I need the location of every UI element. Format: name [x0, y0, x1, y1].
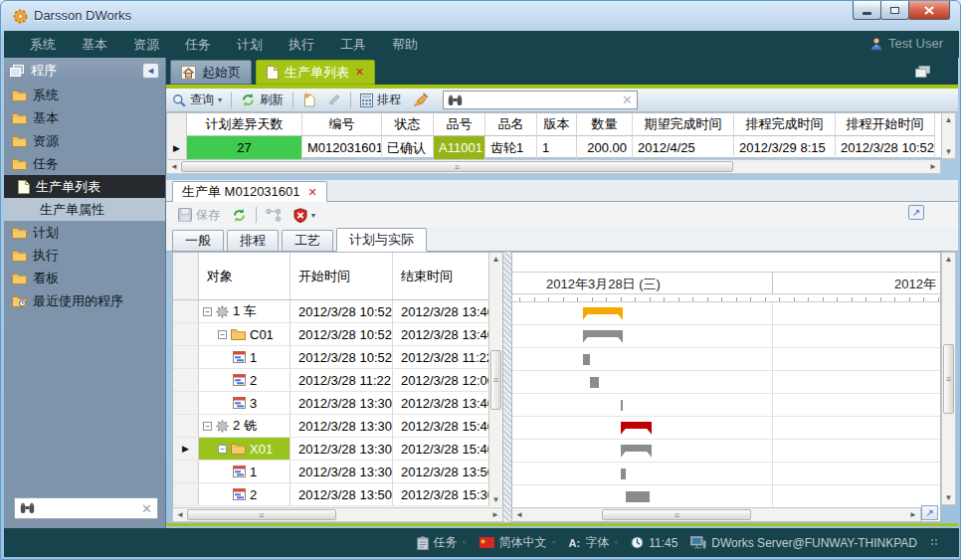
menu-item-2[interactable]: 资源	[133, 36, 159, 54]
tree-expander-icon[interactable]: −	[218, 445, 227, 454]
restore-button[interactable]	[880, 1, 909, 20]
sidebar-item-1[interactable]: 基本	[4, 106, 165, 129]
filter-input[interactable]	[467, 93, 618, 108]
sidebar-item-6[interactable]: 计划	[4, 221, 165, 244]
grid-column-header-9[interactable]: 排程开始时间	[836, 113, 935, 136]
splitter-handle[interactable]	[503, 252, 511, 522]
tree-object-cell[interactable]: 1	[199, 346, 290, 368]
user-badge[interactable]: Test User	[869, 36, 943, 51]
tree-object-cell[interactable]: 2	[199, 369, 290, 391]
tree-row-3[interactable]: 22012/3/28 11:222012/3/28 12:00	[173, 369, 502, 392]
resize-grip[interactable]	[930, 538, 939, 547]
tree-row-8[interactable]: 22012/3/28 13:502012/3/28 15:30	[173, 483, 502, 506]
grid-column-header-2[interactable]: 状态	[382, 113, 434, 136]
sidebar-item-0[interactable]: 系统	[4, 84, 165, 106]
tree-expander-icon[interactable]: −	[203, 422, 212, 431]
menu-item-1[interactable]: 基本	[82, 36, 107, 54]
tree-expander-icon[interactable]: −	[218, 330, 227, 339]
gantt-vertical-scrollbar[interactable]: ▲ ≡ ▼	[941, 252, 956, 505]
tab-production-order-list[interactable]: 生产单列表 ✕	[256, 60, 375, 85]
minimize-button[interactable]	[853, 1, 881, 20]
menu-item-3[interactable]: 任务	[185, 36, 211, 54]
tree-object-cell[interactable]: 3	[199, 392, 290, 414]
menu-item-4[interactable]: 计划	[237, 36, 263, 54]
detail-refresh-button[interactable]	[226, 204, 253, 226]
grid-column-header-3[interactable]: 品号	[434, 113, 485, 136]
grid-column-header-4[interactable]: 品名	[485, 113, 537, 136]
sidebar-search-input[interactable]	[39, 500, 137, 516]
detail-tab-3[interactable]: 计划与实际	[336, 228, 427, 252]
orders-grid-row[interactable]: ▶27M012031601已确认A11001齿轮11200.002012/4/2…	[167, 136, 941, 159]
tree-object-cell[interactable]: −2 铣	[199, 415, 290, 437]
clean-button[interactable]	[407, 90, 435, 111]
gantt-bar-task[interactable]	[621, 400, 623, 411]
grid-column-header-8[interactable]: 排程完成时间	[734, 113, 836, 136]
gantt-bar-task[interactable]	[621, 468, 626, 479]
menu-item-7[interactable]: 帮助	[392, 36, 418, 54]
menu-item-0[interactable]: 系统	[30, 36, 56, 54]
tree-expander-icon[interactable]: −	[203, 307, 212, 316]
tree-column-header-2[interactable]: 结束时间	[393, 253, 492, 299]
sidebar-collapse-button[interactable]: ◄	[142, 63, 159, 79]
clear-filter-icon[interactable]: ✕	[622, 93, 633, 107]
edit-button[interactable]	[321, 90, 347, 111]
window-list-icon[interactable]	[915, 66, 930, 78]
statusbar-tasks[interactable]: 任务 ▾	[417, 534, 467, 551]
schedule-button[interactable]: 排程	[354, 90, 407, 111]
detail-doc-tab[interactable]: 生产单 M012031601 ✕	[172, 181, 327, 202]
statusbar-language[interactable]: 简体中文 ▾	[480, 534, 556, 551]
grid-column-header-1[interactable]: 编号	[302, 113, 382, 136]
detail-tab-1[interactable]: 排程	[227, 230, 279, 251]
sidebar-item-2[interactable]: 资源	[4, 129, 165, 152]
statusbar-font[interactable]: A: 字体 ▾	[569, 534, 619, 551]
routing-button[interactable]	[260, 204, 288, 226]
tree-row-4[interactable]: 32012/3/28 13:302012/3/28 13:40	[173, 392, 502, 415]
tree-row-5[interactable]: −2 铣2012/3/28 13:302012/3/28 15:40	[173, 415, 502, 438]
sidebar-item-4[interactable]: 生产单列表	[4, 175, 165, 198]
tree-column-header-0[interactable]: 对象	[199, 253, 290, 299]
tree-object-cell[interactable]: −X01	[199, 438, 290, 460]
grid-vertical-scrollbar[interactable]: ▲▼	[941, 112, 956, 159]
tree-row-2[interactable]: 12012/3/28 10:522012/3/28 11:22	[173, 346, 502, 369]
gantt-bar-task[interactable]	[583, 354, 590, 365]
save-button[interactable]: 保存	[172, 204, 226, 226]
close-button[interactable]	[908, 1, 950, 20]
tree-row-1[interactable]: −C012012/3/28 10:522012/3/28 13:40	[173, 323, 502, 346]
grid-column-header-7[interactable]: 期望完成时间	[633, 113, 734, 136]
gantt-horizontal-scrollbar[interactable]: ◄ ≡ ►	[511, 507, 921, 522]
open-in-window-button[interactable]: ↗	[908, 205, 924, 220]
menu-item-6[interactable]: 工具	[340, 36, 366, 54]
detail-tab-2[interactable]: 工艺	[282, 230, 333, 251]
gantt-expand-button[interactable]: ↗	[921, 505, 938, 520]
new-button[interactable]	[296, 90, 321, 111]
sidebar-item-3[interactable]: 任务	[4, 152, 165, 175]
tree-row-6[interactable]: ▶−X012012/3/28 13:302012/3/28 15:40	[173, 438, 502, 461]
tab-home[interactable]: 起始页	[170, 60, 252, 85]
cancel-confirm-button[interactable]: ▾	[288, 204, 321, 226]
sidebar-item-5[interactable]: 生产单属性	[4, 198, 165, 221]
tree-row-7[interactable]: 12012/3/28 13:302012/3/28 13:50	[173, 461, 502, 483]
treegrid-vertical-scrollbar[interactable]: ▲ ≡ ▼	[488, 253, 502, 506]
clear-search-icon[interactable]: ✕	[141, 501, 152, 516]
tree-column-header-1[interactable]: 开始时间	[290, 253, 393, 299]
query-button[interactable]: 查询 ▾	[166, 90, 228, 111]
tree-object-cell[interactable]: 2	[199, 483, 290, 505]
menu-item-5[interactable]: 执行	[288, 36, 314, 54]
tab-close-icon[interactable]: ✕	[355, 66, 364, 79]
treegrid-horizontal-scrollbar[interactable]: ◄ ≡ ►	[172, 507, 503, 522]
detail-tab-0[interactable]: 一般	[172, 230, 224, 251]
grid-column-header-5[interactable]: 版本	[537, 113, 577, 136]
tree-object-cell[interactable]: −C01	[199, 323, 290, 345]
sidebar-item-8[interactable]: 看板	[4, 267, 165, 289]
sidebar-item-7[interactable]: 执行	[4, 244, 165, 267]
tree-row-0[interactable]: −1 车2012/3/28 10:522012/3/28 13:40	[173, 300, 502, 323]
sidebar-item-9[interactable]: 最近使用的程序	[4, 289, 165, 312]
grid-horizontal-scrollbar[interactable]: ◄ ≡ ►	[166, 159, 941, 174]
detail-tab-close-icon[interactable]: ✕	[308, 186, 317, 199]
grid-column-header-0[interactable]: 计划差异天数	[187, 113, 302, 136]
tree-object-cell[interactable]: 1	[199, 461, 290, 482]
gantt-bar-task[interactable]	[626, 491, 650, 502]
tree-object-cell[interactable]: −1 车	[199, 300, 290, 322]
gantt-bar-task[interactable]	[590, 377, 599, 388]
grid-column-header-6[interactable]: 数量	[577, 113, 633, 136]
